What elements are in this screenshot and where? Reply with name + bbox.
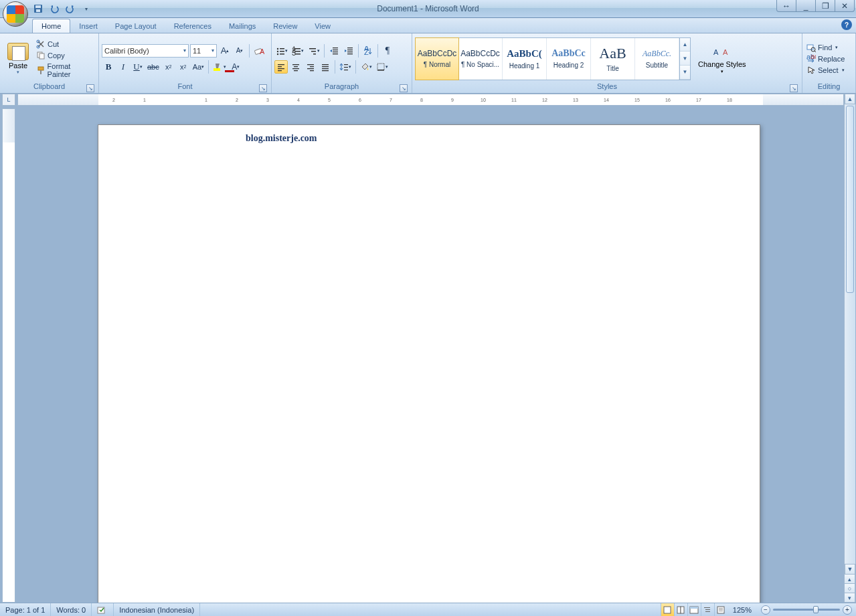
- copy-button[interactable]: Copy: [35, 50, 96, 61]
- scroll-thumb[interactable]: [846, 106, 854, 293]
- browse-object-button[interactable]: ○: [844, 584, 855, 593]
- save-icon[interactable]: [32, 3, 44, 15]
- decrease-indent-button[interactable]: [327, 44, 341, 58]
- tab-page-layout[interactable]: Page Layout: [106, 19, 165, 33]
- change-styles-button[interactable]: AA Change Styles▾: [693, 37, 751, 80]
- view-full-screen[interactable]: [674, 603, 687, 616]
- zoom-level[interactable]: 125%: [727, 603, 757, 616]
- select-button[interactable]: Select▾: [805, 65, 846, 76]
- status-words[interactable]: Words: 0: [51, 603, 92, 616]
- svg-rect-45: [307, 64, 314, 65]
- strikethrough-button[interactable]: abc: [146, 60, 161, 74]
- zoom-in-button[interactable]: +: [843, 605, 852, 615]
- align-right-button[interactable]: [304, 60, 317, 74]
- line-spacing-button[interactable]: ▾: [338, 60, 353, 74]
- paste-button[interactable]: Paste ▾: [3, 37, 33, 80]
- vertical-ruler[interactable]: [2, 108, 15, 603]
- sort-button[interactable]: AZ: [361, 44, 375, 58]
- increase-indent-button[interactable]: [342, 44, 355, 58]
- subscript-button[interactable]: x2: [162, 60, 175, 74]
- bullets-button[interactable]: ▾: [274, 44, 289, 58]
- tab-home[interactable]: Home: [32, 19, 70, 33]
- redo-icon[interactable]: [64, 3, 76, 15]
- tab-references[interactable]: References: [165, 19, 220, 33]
- zoom-slider: − +: [757, 605, 856, 615]
- view-web-layout[interactable]: [687, 603, 701, 616]
- gallery-up[interactable]: ▲: [680, 38, 690, 52]
- proofing-icon: [97, 605, 108, 615]
- status-proofing[interactable]: [92, 603, 114, 616]
- align-center-button[interactable]: [289, 60, 303, 74]
- tab-review[interactable]: Review: [264, 19, 306, 33]
- style-no-spacing[interactable]: AaBbCcDc¶ No Spaci...: [458, 38, 503, 80]
- clipboard-launcher[interactable]: ↘: [86, 84, 94, 92]
- shrink-font-button[interactable]: A▾: [233, 44, 246, 58]
- paragraph-launcher[interactable]: ↘: [400, 84, 408, 92]
- style-subtitle[interactable]: AaBbCc.Subtitle: [635, 38, 679, 80]
- font-size-combo[interactable]: 11▾: [190, 44, 217, 58]
- find-button[interactable]: Find▾: [805, 42, 846, 53]
- horizontal-ruler[interactable]: 21123456789101112131415161718: [17, 94, 844, 106]
- shading-button[interactable]: ▾: [359, 60, 373, 74]
- borders-icon: [376, 62, 386, 72]
- svg-rect-24: [309, 48, 316, 49]
- svg-rect-42: [294, 66, 298, 67]
- font-launcher[interactable]: ↘: [259, 84, 267, 92]
- style-heading2[interactable]: AaBbCcHeading 2: [547, 38, 591, 80]
- view-outline[interactable]: [701, 603, 714, 616]
- title-bar: ▾ Document1 - Microsoft Word ↔ _ ❐ ✕: [0, 0, 856, 18]
- zoom-track[interactable]: [773, 609, 840, 611]
- superscript-button[interactable]: x2: [177, 60, 190, 74]
- tab-insert[interactable]: Insert: [70, 19, 106, 33]
- change-case-button[interactable]: Aa▾: [191, 60, 205, 74]
- document-area: blog.misterje.com: [17, 108, 844, 603]
- resize-button[interactable]: ↔: [776, 0, 796, 12]
- status-page[interactable]: Page: 1 of 1: [0, 603, 51, 616]
- format-painter-button[interactable]: Format Painter: [35, 62, 96, 79]
- svg-rect-26: [313, 54, 316, 55]
- tab-mailings[interactable]: Mailings: [220, 19, 264, 33]
- undo-icon[interactable]: [48, 3, 60, 15]
- cut-button[interactable]: Cut: [35, 39, 96, 49]
- office-button[interactable]: [3, 1, 28, 27]
- tab-selector[interactable]: L: [2, 94, 15, 106]
- numbering-button[interactable]: 123▾: [290, 44, 305, 58]
- clear-formatting-button[interactable]: A: [252, 44, 266, 58]
- font-color-button[interactable]: A▾: [229, 60, 242, 74]
- vertical-scrollbar[interactable]: ▲ ▼ ▴ ○ ▾: [844, 94, 855, 603]
- gallery-more[interactable]: ▼: [680, 66, 690, 80]
- status-language[interactable]: Indonesian (Indonesia): [114, 603, 200, 616]
- scroll-up[interactable]: ▲: [845, 94, 855, 104]
- view-draft[interactable]: [714, 603, 727, 616]
- view-print-layout[interactable]: [661, 603, 674, 616]
- show-marks-button[interactable]: ¶: [381, 44, 394, 58]
- gallery-down[interactable]: ▼: [680, 52, 690, 66]
- tab-view[interactable]: View: [306, 19, 339, 33]
- page[interactable]: blog.misterje.com: [98, 124, 760, 603]
- justify-button[interactable]: [319, 60, 332, 74]
- close-button[interactable]: ✕: [835, 0, 855, 12]
- font-name-combo[interactable]: Calibri (Body)▾: [102, 44, 189, 58]
- zoom-out-button[interactable]: −: [761, 605, 770, 615]
- replace-button[interactable]: abacReplace: [805, 54, 846, 64]
- scroll-down[interactable]: ▼: [845, 564, 855, 575]
- maximize-button[interactable]: ❐: [815, 0, 835, 12]
- help-icon[interactable]: ?: [841, 19, 852, 30]
- zoom-thumb[interactable]: [813, 606, 819, 613]
- style-title[interactable]: AaBTitle: [591, 38, 635, 80]
- italic-button[interactable]: I: [116, 60, 130, 74]
- align-left-button[interactable]: [274, 60, 288, 74]
- svg-rect-47: [307, 68, 314, 69]
- minimize-button[interactable]: _: [796, 0, 816, 12]
- grow-font-button[interactable]: A▴: [218, 44, 232, 58]
- borders-button[interactable]: ▾: [375, 60, 390, 74]
- style-normal[interactable]: AaBbCcDc¶ Normal: [415, 37, 459, 80]
- styles-launcher[interactable]: ↘: [790, 84, 798, 92]
- prev-page-button[interactable]: ▴: [844, 575, 855, 584]
- bold-button[interactable]: B: [102, 60, 115, 74]
- next-page-button[interactable]: ▾: [844, 593, 855, 603]
- style-heading1[interactable]: AaBbC(Heading 1: [503, 38, 547, 80]
- underline-button[interactable]: U▾: [131, 60, 145, 74]
- qat-customize-icon[interactable]: ▾: [80, 3, 92, 15]
- multilevel-button[interactable]: ▾: [307, 44, 321, 58]
